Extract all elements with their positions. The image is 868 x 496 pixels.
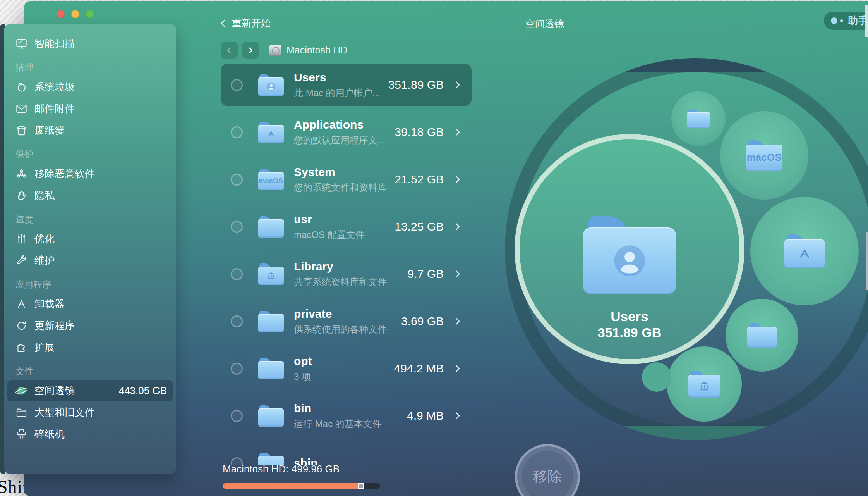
- sidebar-item-label: 维护: [34, 254, 55, 267]
- folder-row-sbin[interactable]: sbin: [221, 442, 472, 465]
- disk-bubble-bank[interactable]: [667, 346, 742, 422]
- sidebar-item-update[interactable]: 更新程序: [7, 315, 173, 336]
- disk-bubble-none[interactable]: [642, 362, 671, 392]
- folder-body: macOS: [258, 172, 284, 190]
- row-radio[interactable]: [231, 315, 243, 327]
- close-button[interactable]: [57, 10, 65, 18]
- chevron-right-icon: [453, 269, 462, 279]
- remove-button[interactable]: 移除: [515, 444, 580, 496]
- chevron-right-icon: [453, 317, 462, 326]
- row-radio[interactable]: [231, 79, 243, 91]
- assistant-small-dot-icon: [840, 19, 843, 22]
- row-size: 494.2 MB: [394, 362, 444, 375]
- sliders-icon: [15, 232, 28, 245]
- sidebar-item-biohazard[interactable]: 移除恶意软件: [7, 163, 173, 184]
- folder-body: [258, 125, 284, 143]
- sidebar-item-label: 废纸篓: [34, 124, 65, 137]
- row-description: macOS 配置文件: [294, 229, 395, 241]
- sidebar-item-bucket[interactable]: 废纸篓: [7, 119, 173, 141]
- sidebar-item-broom[interactable]: 系统垃圾: [7, 76, 173, 98]
- sidebar-item-mail[interactable]: 邮件附件: [7, 98, 173, 119]
- biohazard-icon: [15, 167, 28, 180]
- row-radio[interactable]: [231, 268, 243, 280]
- folder-icon: [258, 358, 284, 379]
- sidebar-item-hand[interactable]: 隐私: [7, 184, 173, 206]
- assistant-button[interactable]: 助手: [824, 12, 868, 30]
- sidebar-item-shredder[interactable]: 碎纸机: [7, 423, 173, 445]
- sidebar-section-header: 清理: [4, 54, 176, 76]
- folder-icon: macOS: [258, 169, 284, 190]
- folder-row-usr[interactable]: usrmacOS 配置文件13.25 GB: [221, 205, 472, 248]
- folder-body: [258, 78, 284, 96]
- disk-bubble-appstore[interactable]: [750, 197, 859, 305]
- row-radio[interactable]: [231, 126, 243, 138]
- folder-body: [583, 227, 676, 294]
- nav-forward-button[interactable]: [242, 42, 259, 59]
- user-glyph-icon: [263, 81, 279, 92]
- sidebar-item-planet[interactable]: 空间透镜443.05 GB: [7, 380, 173, 401]
- sidebar-item-monitor[interactable]: 智能扫描: [7, 33, 173, 54]
- zoom-button[interactable]: [86, 10, 94, 18]
- sidebar-item-appstore-a[interactable]: 卸载器: [7, 293, 173, 315]
- disk-usage-fill: [223, 483, 361, 489]
- remove-label: 移除: [533, 467, 562, 486]
- disk-bubble-macos[interactable]: macOS: [720, 111, 808, 200]
- row-radio[interactable]: [231, 363, 243, 375]
- selected-bubble-size: 351.89 GB: [520, 325, 739, 340]
- row-radio[interactable]: [231, 174, 243, 186]
- folder-row-opt[interactable]: opt3 项494.2 MB: [221, 347, 472, 390]
- restart-back-button[interactable]: 重新开始: [219, 17, 271, 29]
- sidebar-item-label: 隐私: [34, 189, 55, 202]
- sidebar-section-header: 应用程序: [4, 271, 176, 293]
- folder-list: Users此 Mac 的用户帐户...351.89 GBApplications…: [221, 64, 472, 465]
- disk-capacity-label: Macintosh HD: 499.96 GB: [223, 463, 340, 475]
- sidebar-item-label: 大型和旧文件: [34, 406, 95, 419]
- puzzle-icon: [15, 341, 28, 354]
- row-radio[interactable]: [231, 221, 243, 233]
- folder-row-private[interactable]: private供系统使用的各种文件3.69 GB: [221, 300, 472, 343]
- trash-bucket-icon: [15, 124, 28, 137]
- folder-row-Users[interactable]: Users此 Mac 的用户帐户...351.89 GB: [221, 64, 472, 106]
- sidebar-item-wrench[interactable]: 维护: [7, 250, 173, 271]
- sidebar-item-sliders[interactable]: 优化: [7, 228, 173, 250]
- row-radio[interactable]: [231, 410, 243, 422]
- sidebar-item-label: 智能扫描: [34, 37, 75, 50]
- hard-drive-icon: [269, 45, 281, 56]
- folder-row-System[interactable]: macOSSystem您的系统文件和资料库21.52 GB: [221, 158, 472, 201]
- folder-body: [258, 267, 284, 285]
- row-description: 您的系统文件和资料库: [294, 181, 395, 194]
- sidebar-section-header: 文件: [4, 358, 176, 380]
- sidebar-item-label: 扩展: [34, 341, 55, 354]
- folder-row-Applications[interactable]: Applications您的默认应用程序文...39.18 GB: [221, 111, 472, 153]
- folder-body: [258, 361, 284, 379]
- sidebar-item-puzzle[interactable]: 扩展: [7, 336, 173, 358]
- folder-body: macOS: [746, 145, 782, 170]
- folder-icon: [258, 311, 284, 332]
- uninstaller-icon: [15, 298, 28, 310]
- folder-body: [258, 314, 284, 332]
- nav-back-button[interactable]: [221, 42, 238, 59]
- breadcrumb-volume[interactable]: Macintosh HD: [286, 45, 347, 56]
- folder-icon: macOS: [746, 140, 782, 171]
- disk-bubble-plain[interactable]: [671, 91, 726, 146]
- folder-icon: [258, 264, 284, 285]
- row-size: 9.7 GB: [408, 267, 444, 281]
- sidebar-section-header: 保护: [4, 141, 176, 163]
- minimize-button[interactable]: [71, 10, 79, 18]
- folder-icon: [258, 216, 284, 238]
- sidebar: 智能扫描清理系统垃圾邮件附件废纸篓保护移除恶意软件隐私速度优化维护应用程序卸载器…: [4, 24, 176, 474]
- chevron-right-icon: [453, 222, 462, 231]
- folder-row-bin[interactable]: bin运行 Mac 的基本文件4.9 MB: [221, 394, 472, 437]
- wrench-icon: [15, 254, 28, 267]
- folder-body: [688, 375, 720, 398]
- users-folder-icon: [583, 216, 676, 294]
- sidebar-item-folder[interactable]: 大型和旧文件: [7, 401, 173, 423]
- background-window-sliver: [865, 5, 868, 37]
- chevron-left-icon: [219, 19, 228, 28]
- sidebar-item-label: 邮件附件: [34, 102, 75, 115]
- folder-icon: [258, 122, 284, 143]
- disk-usage-handle[interactable]: [358, 483, 364, 489]
- selected-folder-bubble[interactable]: Users 351.89 GB: [515, 134, 744, 364]
- folder-row-Library[interactable]: Library共享系统资料库和文件9.7 GB: [221, 253, 472, 295]
- bank-glyph-icon: [263, 270, 279, 281]
